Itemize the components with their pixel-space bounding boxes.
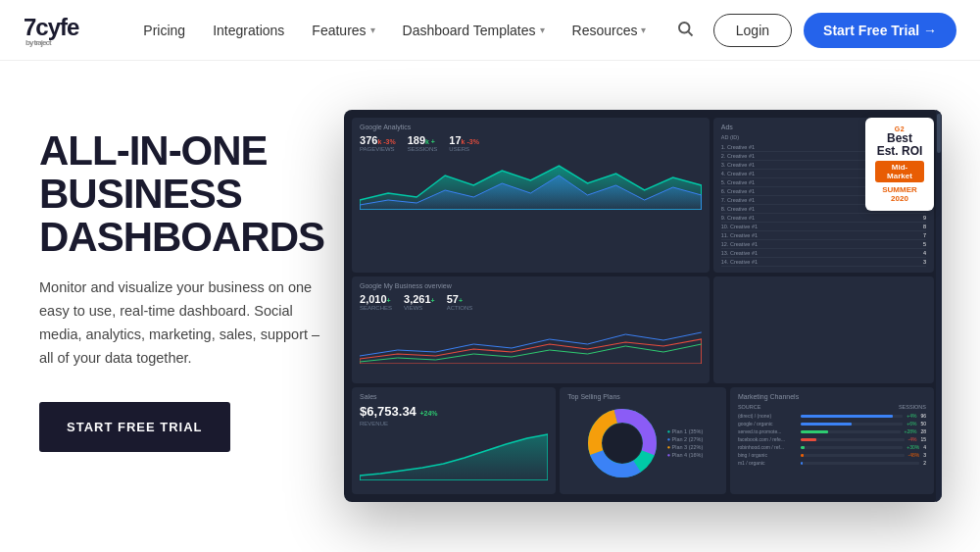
svg-text:by traject: by traject (25, 38, 52, 47)
legend-item: ● Plan 3 (22%) (667, 444, 704, 450)
nav-resources[interactable]: Resources ▾ (572, 23, 647, 38)
start-free-trial-button[interactable]: Start Free Trial → (804, 13, 956, 48)
nav-actions: Login Start Free Trial → (668, 13, 956, 48)
panel-sales: Sales $6,753.34 +24% REVENUE (352, 387, 556, 494)
donut-chart (583, 404, 662, 482)
channel-row: m1 / organic 2 (738, 460, 926, 466)
channel-bar (801, 438, 905, 441)
chevron-down-icon: ▾ (641, 25, 646, 35)
g2-badge: G2 BestEst. ROI Mid-Market SUMMER2020 (865, 118, 934, 211)
hero-section: ALL-IN-ONE BUSINESS DASHBOARDS Monitor a… (0, 61, 980, 551)
panel-google-stats: 376k -3% PAGEVIEWS 189k + SESSIONS 17k -… (360, 134, 702, 152)
panel-google-title: Google Analytics (360, 124, 702, 130)
nav-dashboard-templates[interactable]: Dashboard Templates ▾ (403, 23, 545, 38)
legend-item: ● Plan 2 (27%) (667, 436, 704, 442)
channel-row: (direct) / (none) +4% 96 (738, 413, 926, 419)
panel-plans-title: Top Selling Plans (567, 393, 718, 400)
panel-google-analytics: Google Analytics 376k -3% PAGEVIEWS 189k… (352, 118, 710, 273)
channel-bar (801, 462, 919, 465)
hero-content: ALL-IN-ONE BUSINESS DASHBOARDS Monitor a… (39, 100, 324, 452)
channels-table-header: SOURCE SESSIONS (738, 404, 926, 410)
panel-channels-title: Marketing Channels (738, 393, 926, 400)
dashboard-mockup: G2 BestEst. ROI Mid-Market SUMMER2020 Go… (344, 110, 942, 502)
channel-row: served.to.promote... +28% 28 (738, 428, 926, 434)
panel-top-selling-plans: Top Selling Plans (560, 387, 726, 494)
panel-gmb: Google My Business overview 2,010+ SEARC… (352, 276, 710, 383)
stat-sessions: 189k + SESSIONS (408, 134, 438, 152)
donut-legend: ● Plan 1 (35%) ● Plan 2 (27%) ● Plan 3 (… (667, 428, 704, 458)
g2-year: SUMMER2020 (875, 185, 924, 203)
logo-wordmark: 7cyfe by traject (24, 8, 122, 53)
channel-bar (801, 446, 903, 449)
channel-bar (801, 454, 905, 457)
channel-bar (801, 423, 903, 426)
panel-gmb-title: Google My Business overview (360, 282, 702, 289)
mock-row-2: Google My Business overview 2,010+ SEARC… (352, 276, 934, 383)
g2-market: Mid-Market (875, 161, 924, 182)
svg-point-2 (679, 23, 690, 33)
table-row: 10. Creative #18 (721, 223, 926, 231)
chevron-down-icon: ▾ (370, 25, 375, 35)
hero-title: ALL-IN-ONE BUSINESS DASHBOARDS (39, 129, 324, 259)
channel-row: facebook.com / refe... -4% 15 (738, 436, 926, 442)
chevron-down-icon: ▾ (540, 25, 545, 35)
mock-dashboard-content: Google Analytics 376k -3% PAGEVIEWS 189k… (344, 110, 942, 502)
table-row: 9. Creative #19 (721, 214, 926, 223)
channel-row: robinhood.com / ref... +30% 4 (738, 444, 926, 450)
panel-sales-title: Sales (360, 393, 548, 400)
stat-searches: 2,010+ SEARCHES (360, 293, 392, 311)
login-button[interactable]: Login (713, 14, 792, 47)
hero-visual: G2 BestEst. ROI Mid-Market SUMMER2020 Go… (344, 100, 942, 502)
stat-views: 3,261+ VIEWS (404, 293, 435, 311)
donut-chart-container: ● Plan 1 (35%) ● Plan 2 (27%) ● Plan 3 (… (567, 404, 718, 482)
table-row: 13. Creative #14 (721, 249, 926, 258)
sales-chart (360, 427, 548, 480)
legend-item: ● Plan 4 (16%) (667, 452, 704, 458)
logo: 7cyfe by traject (24, 8, 122, 53)
nav-links: Pricing Integrations Features ▾ Dashboar… (143, 23, 646, 38)
table-row: 12. Creative #15 (721, 240, 926, 249)
nav-features[interactable]: Features ▾ (312, 23, 374, 38)
navbar: 7cyfe by traject Pricing Integrations Fe… (0, 0, 980, 61)
hero-description: Monitor and visualize your business on o… (39, 276, 324, 371)
channel-row: google / organic +6% 50 (738, 421, 926, 427)
nav-pricing[interactable]: Pricing (143, 23, 185, 38)
channel-bar (801, 430, 901, 433)
google-analytics-chart (360, 156, 702, 210)
table-row: 11. Creative #17 (721, 231, 926, 240)
svg-text:7cyfe: 7cyfe (24, 14, 79, 40)
panel-gmb2 (713, 276, 934, 383)
search-button[interactable] (668, 16, 702, 45)
nav-integrations[interactable]: Integrations (213, 23, 284, 38)
channel-row: bing / organic -48% 3 (738, 452, 926, 458)
stat-actions: 57+ ACTIONS (447, 293, 473, 311)
start-free-trial-hero-button[interactable]: START FREE TRIAL (39, 402, 230, 452)
search-icon (676, 20, 694, 37)
stat-users: 17k -3% USERS (449, 134, 479, 152)
stat-pageviews: 376k -3% PAGEVIEWS (360, 134, 396, 152)
gmb2-content (721, 282, 926, 377)
svg-point-9 (603, 424, 642, 463)
panel-marketing-channels: Marketing Channels SOURCE SESSIONS (dire… (730, 387, 934, 494)
scrollbar[interactable] (936, 110, 942, 502)
table-row: 14. Creative #13 (721, 258, 926, 267)
scrollbar-thumb (937, 114, 941, 153)
legend-item: ● Plan 1 (35%) (667, 428, 704, 434)
channel-bar (801, 415, 903, 418)
panel-gmb-stats: 2,010+ SEARCHES 3,261+ VIEWS 57+ ACTIONS (360, 293, 702, 311)
svg-line-3 (688, 31, 692, 35)
sales-revenue-value: $6,753.34 +24% (360, 404, 548, 419)
gmb-chart (360, 315, 702, 364)
mock-row-3: Sales $6,753.34 +24% REVENUE (352, 387, 934, 494)
g2-best: BestEst. ROI (875, 132, 924, 158)
mock-row-1: Google Analytics 376k -3% PAGEVIEWS 189k… (352, 118, 934, 273)
